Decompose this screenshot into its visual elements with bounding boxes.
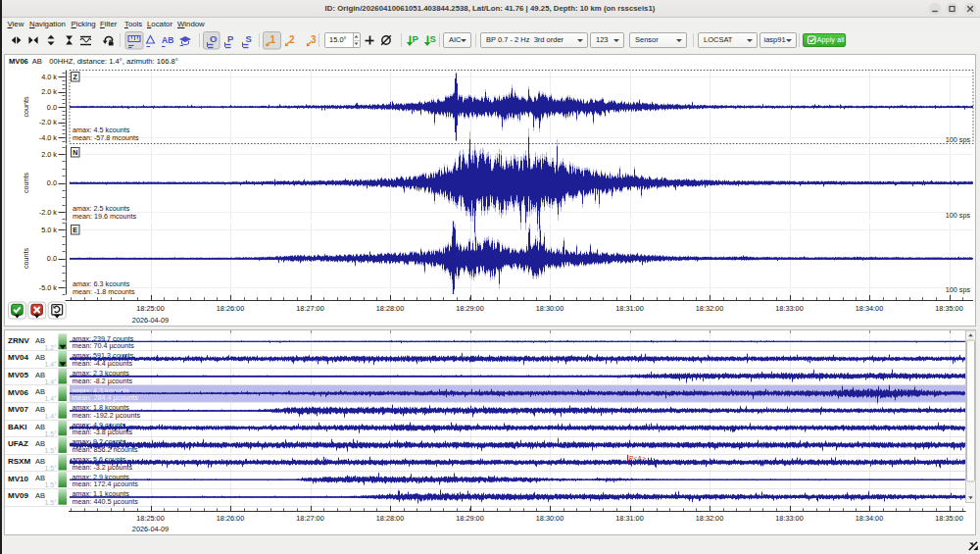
svg-text:18:28:00: 18:28:00 xyxy=(376,514,404,523)
svg-text:1.4°: 1.4° xyxy=(44,378,57,385)
svg-text:2: 2 xyxy=(289,34,295,45)
svg-text:18:29:00: 18:29:00 xyxy=(456,514,483,523)
svg-text:2026-04-09: 2026-04-09 xyxy=(132,525,169,533)
svg-text:1.5°: 1.5° xyxy=(44,465,57,472)
svg-text:18:29:00: 18:29:00 xyxy=(456,304,483,313)
svg-text:1.5°: 1.5° xyxy=(44,481,57,488)
svg-text:18:25:00: 18:25:00 xyxy=(136,514,164,523)
svg-text:MV10: MV10 xyxy=(8,475,28,483)
svg-text:UFAZ: UFAZ xyxy=(8,439,28,448)
svg-text:-4.0 k: -4.0 k xyxy=(39,133,58,142)
svg-text:AB: AB xyxy=(162,35,173,45)
svg-text:MV07: MV07 xyxy=(8,405,28,414)
svg-text:S: S xyxy=(430,33,436,44)
svg-text:counts: counts xyxy=(22,96,30,118)
svg-text:18:28:00: 18:28:00 xyxy=(376,304,404,313)
svg-text:1.5°: 1.5° xyxy=(44,447,57,454)
svg-text:1.4°: 1.4° xyxy=(44,413,57,420)
svg-text:2.0 k: 2.0 k xyxy=(41,87,57,96)
svg-text:100 sps: 100 sps xyxy=(946,135,971,144)
svg-text:MV06: MV06 xyxy=(8,388,28,397)
svg-text:MV04: MV04 xyxy=(8,353,28,362)
svg-text:RSXM: RSXM xyxy=(8,457,30,466)
svg-text:18:27:00: 18:27:00 xyxy=(296,514,323,523)
svg-text:18:32:00: 18:32:00 xyxy=(696,304,723,313)
svg-text:MV09: MV09 xyxy=(8,491,28,500)
svg-text:mean: 172.4 µcounts: mean: 172.4 µcounts xyxy=(73,479,139,488)
svg-text:5.0 k: 5.0 k xyxy=(41,226,57,234)
svg-text:0.0: 0.0 xyxy=(47,178,57,187)
svg-text:-2.0 k: -2.0 k xyxy=(39,208,58,217)
svg-text:BAKI: BAKI xyxy=(8,423,27,431)
svg-text:2.0 k: 2.0 k xyxy=(41,150,57,159)
svg-text:18:34:00: 18:34:00 xyxy=(856,304,883,313)
svg-text:18:31:00: 18:31:00 xyxy=(615,304,643,313)
svg-text:18:33:00: 18:33:00 xyxy=(775,304,803,313)
svg-text:0.0: 0.0 xyxy=(47,254,57,263)
svg-text:18:31:00: 18:31:00 xyxy=(615,514,643,523)
svg-text:O: O xyxy=(210,33,217,44)
svg-text:1: 1 xyxy=(270,34,276,45)
svg-text:18:35:00: 18:35:00 xyxy=(935,304,962,313)
svg-text:18:35:00: 18:35:00 xyxy=(935,514,962,523)
svg-text:-5.0 k: -5.0 k xyxy=(39,283,58,292)
svg-text:ZRNV: ZRNV xyxy=(8,336,29,345)
svg-text:1.4°: 1.4° xyxy=(44,395,57,402)
svg-text:mean: 440.5 µcounts: mean: 440.5 µcounts xyxy=(73,497,139,506)
svg-text:18:26:00: 18:26:00 xyxy=(217,514,244,523)
svg-text:mean: 19.6 mcounts: mean: 19.6 mcounts xyxy=(73,212,137,221)
svg-text:100 sps: 100 sps xyxy=(946,211,971,220)
svg-text:P: P xyxy=(413,33,419,44)
svg-text:1.5°: 1.5° xyxy=(44,499,57,506)
svg-text:18:32:00: 18:32:00 xyxy=(696,514,723,523)
svg-text:MV05: MV05 xyxy=(8,371,28,379)
svg-text:100 sps: 100 sps xyxy=(946,285,971,294)
svg-text:MV06 AB 00HHZ, distance: 1.4°: MV06 AB 00HHZ, distance: 1.4°, azimuth: … xyxy=(9,57,178,66)
svg-text:18:30:00: 18:30:00 xyxy=(536,304,564,313)
svg-text:counts: counts xyxy=(22,173,30,194)
svg-text:Z: Z xyxy=(74,74,78,80)
svg-text:mean: -57.8 mcounts: mean: -57.8 mcounts xyxy=(73,133,139,142)
svg-text:mean: -192.2 µcounts: mean: -192.2 µcounts xyxy=(73,411,141,420)
svg-text:mean: -1.8 mcounts: mean: -1.8 mcounts xyxy=(73,287,135,296)
svg-text:18:27:00: 18:27:00 xyxy=(296,304,323,313)
svg-text:counts: counts xyxy=(22,248,30,270)
svg-text:1.4°: 1.4° xyxy=(44,361,57,368)
svg-text:18:33:00: 18:33:00 xyxy=(775,514,803,523)
svg-text:mean: 284.4 µcounts: mean: 284.4 µcounts xyxy=(73,393,139,402)
svg-text:-2.0 k: -2.0 k xyxy=(39,118,58,126)
svg-text:18:25:00: 18:25:00 xyxy=(136,304,164,313)
svg-text:1.2°: 1.2° xyxy=(44,344,57,351)
svg-text:18:30:00: 18:30:00 xyxy=(536,514,564,523)
svg-text:18:34:00: 18:34:00 xyxy=(856,514,883,523)
svg-text:1.5°: 1.5° xyxy=(44,430,57,437)
svg-text:mean: 70.4 µcounts: mean: 70.4 µcounts xyxy=(73,341,135,350)
svg-text:18:26:00: 18:26:00 xyxy=(217,304,244,313)
svg-text:S: S xyxy=(246,33,252,44)
svg-text:P: P xyxy=(227,33,234,44)
svg-text:4.0 k: 4.0 k xyxy=(41,73,57,81)
svg-text:E: E xyxy=(73,227,77,233)
svg-text:N: N xyxy=(73,149,77,156)
svg-text:2026-04-09: 2026-04-09 xyxy=(132,316,169,325)
svg-text:3: 3 xyxy=(311,34,317,45)
svg-text:0.0: 0.0 xyxy=(47,103,57,112)
